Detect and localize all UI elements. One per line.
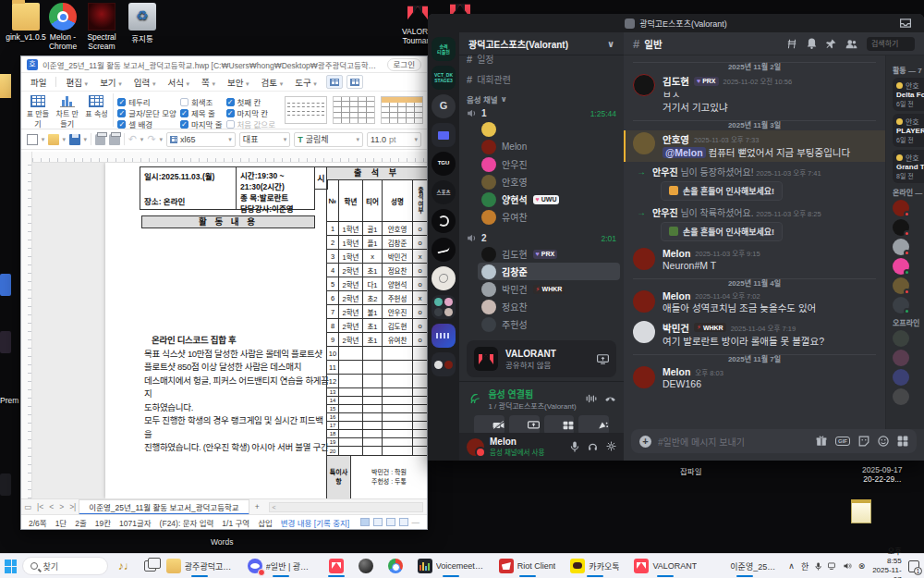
taskbar-app-riot-client[interactable]: Riot Client (494, 555, 561, 577)
server-icon-sports[interactable]: 스포츠 (432, 180, 456, 204)
notifications-bell-icon[interactable] (807, 38, 817, 49)
attendance-row[interactable]: 15 (327, 405, 427, 413)
voice-channels-header[interactable]: 음성 채널∨ (459, 88, 624, 106)
taskbar-app-chrome[interactable] (383, 555, 407, 577)
member-activity-card[interactable]: 안호 Grand Th 8일 전 (893, 150, 924, 183)
redo-icon[interactable]: ↷ (147, 134, 155, 144)
member-row[interactable] (893, 239, 924, 255)
table-style-preview[interactable] (285, 96, 327, 124)
chat-message[interactable]: Melon2025-11-04 오후 7:02 애들아 성역코치님 조금 늦을수… (624, 289, 885, 316)
attendance-row[interactable]: 12 (327, 375, 427, 388)
inbox-icon[interactable] (900, 18, 911, 28)
channel-item-schedule[interactable]: #일정 (459, 50, 624, 68)
voice-user-kimdohyun[interactable]: 김도현PRX (459, 245, 624, 263)
attendance-row[interactable]: 14 (327, 397, 427, 405)
chat-message-mention[interactable]: 안호영2025-11-03 오후 7:33 @Melon 컴퓨터 뻗었어서 지금… (624, 130, 885, 161)
attendance-row[interactable]: 1 1학년 골1 안호영 o (327, 222, 427, 236)
tray-close-icon[interactable]: ⊗ (858, 561, 866, 571)
taskbar-app-valorant-pinned[interactable] (324, 555, 348, 577)
table-properties-button[interactable]: 표 속성 (84, 93, 110, 127)
voice-user-parkmingun[interactable]: 박민건WHKR (459, 280, 624, 298)
voice-user-yanghyunseok[interactable]: 양현석UWU (459, 191, 624, 208)
member-row[interactable] (893, 200, 924, 216)
member-row[interactable] (893, 369, 924, 386)
new-tab-button[interactable]: + (249, 502, 265, 511)
desktop-icon-recycle-bin[interactable]: 휴지통 (118, 3, 166, 43)
checkbox-char-shape[interactable]: ✓글자/문단 모양 (117, 107, 176, 118)
style-combo[interactable]: xl65▾ (166, 132, 236, 147)
avatar-melon[interactable] (467, 438, 484, 456)
voice-user-yuyeochan[interactable]: 유여찬 (459, 208, 624, 226)
tray-chevron-icon[interactable]: ∧ (788, 561, 795, 571)
menu-security[interactable]: 보안 ▾ (222, 74, 255, 91)
make-chart-button[interactable]: 차트 만들기 (55, 93, 80, 127)
print-preview-icon[interactable] (109, 134, 119, 145)
attendance-row[interactable]: 5 2학년 다1 양현석 o (327, 277, 427, 291)
prev-tab-icon[interactable]: < (46, 502, 56, 511)
attendance-row[interactable]: 10 (327, 347, 427, 361)
view-mode-icon[interactable] (386, 518, 395, 526)
horizontal-ruler[interactable] (32, 152, 427, 163)
menu-file[interactable]: 파일 (25, 74, 52, 91)
gif-icon[interactable]: GIF (835, 437, 850, 446)
server-icon-banner[interactable] (432, 324, 456, 348)
attendance-row[interactable]: 18 (327, 430, 427, 438)
server-icon-g[interactable]: G (432, 94, 456, 118)
taskbar-clock[interactable]: 오후 8:55 2025-11-07 (871, 547, 901, 578)
view-mode-icon[interactable] (399, 518, 408, 526)
member-row[interactable] (893, 219, 924, 236)
discord-titlebar[interactable]: 광덕고E스포츠(Valorant) (428, 14, 924, 32)
open-icon[interactable] (48, 134, 58, 145)
taskbar-app-kakaotalk[interactable]: 카카오톡 (565, 555, 624, 577)
checkbox-border[interactable]: ✓테두리 (117, 96, 176, 107)
disconnect-icon[interactable] (604, 394, 616, 403)
voice-user-anwoojin[interactable]: 안우진 (459, 155, 624, 173)
attendance-row[interactable]: 6 2학년 초2 주헌성 x (327, 291, 427, 305)
status-track-changes[interactable]: 변경 내용 [기록 중지] (281, 517, 349, 528)
hwp-titlebar[interactable]: 호 이준영_25년_11월 활동 보고서_광덕고등학교.hwp [C:₩User… (21, 56, 427, 73)
menu-review[interactable]: 검토 ▾ (256, 74, 289, 91)
table-style-preview[interactable] (333, 96, 375, 124)
desktop-icon-label-screenshot[interactable]: 2025-09-17 20-22-29... (862, 465, 902, 484)
threads-icon[interactable] (786, 39, 797, 49)
voice-user-kimchangjun[interactable]: 김창준 (478, 263, 620, 280)
checkbox-header-row[interactable]: ✓제목 줄 (180, 107, 223, 118)
taskbar-app-hwp[interactable]: 한이준영_25년_... (707, 555, 783, 577)
attendance-row[interactable]: 8 2학년 초1 김도현 o (327, 319, 427, 333)
server-folder-collage[interactable] (432, 352, 456, 376)
soundboard-button[interactable] (578, 415, 609, 435)
chat-message[interactable]: 김도현PRX2025-11-02 오전 10:56 ㅂㅅ 거기서 기고있냐 (624, 72, 885, 116)
chat-message[interactable]: Melon2025-11-03 오후 9:15 Neuron#M T (624, 246, 885, 274)
partial-desktop-icon[interactable] (0, 74, 11, 98)
screenshare-button[interactable] (509, 415, 540, 435)
member-row[interactable] (893, 297, 924, 314)
mic-icon[interactable] (570, 441, 579, 452)
first-tab-icon[interactable]: |< (34, 502, 46, 511)
member-activity-card[interactable]: 안호 PLAYERU 6일 전 (893, 114, 924, 147)
server-icon-swirl[interactable] (432, 209, 456, 233)
menu-tools[interactable]: 도구 ▾ (289, 74, 322, 91)
view-mode-icon[interactable] (360, 518, 370, 526)
activities-button[interactable] (544, 415, 575, 435)
login-button[interactable]: 로그인 (387, 58, 421, 71)
channel-item-tournament[interactable]: #대회관련 (459, 70, 624, 88)
emoji-icon[interactable] (878, 436, 889, 447)
menu-page[interactable]: 쪽 ▾ (196, 74, 221, 91)
next-tab-icon[interactable]: > (56, 502, 67, 511)
pin-icon[interactable] (826, 39, 836, 49)
taskbar-search[interactable]: 찾기 (22, 557, 108, 575)
voice-user-melon[interactable]: Melon (459, 138, 624, 155)
table-style-preview[interactable] (381, 96, 423, 124)
save-icon[interactable] (69, 134, 79, 145)
tray-mic-icon[interactable] (815, 561, 821, 572)
start-button[interactable] (5, 560, 17, 573)
widgets-saxophone-icon[interactable]: ♪♩ (114, 560, 139, 572)
checkbox-last-row[interactable]: ✓마지막 줄 (180, 118, 223, 129)
chat-message[interactable]: Melon오후 8:03 DEW166 (624, 364, 885, 392)
sticker-icon[interactable] (858, 436, 869, 447)
taskbar-app-folder[interactable]: 광주광덕고등... (162, 555, 237, 577)
checkbox-last-col[interactable]: ✓마지막 칸 (226, 107, 275, 118)
server-icon-tgu[interactable]: TGU (432, 152, 456, 176)
menu-input[interactable]: 입력 ▾ (128, 74, 162, 91)
valorant-activity-card[interactable]: VALORANT 공유하지 않음 (467, 340, 616, 377)
